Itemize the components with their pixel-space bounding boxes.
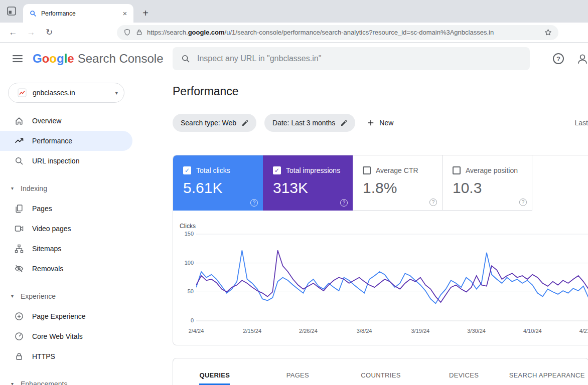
sidebar-item-performance[interactable]: Performance — [0, 131, 132, 151]
tab-countries[interactable]: COUNTRIES — [339, 371, 422, 385]
sidebar-section-enhancements[interactable]: ▾ Enhancements — [0, 374, 132, 385]
sidebar: gnbclasses.in ▾ Overview Performance — [0, 75, 132, 385]
metric-cards-row: ✓ Total clicks 5.61K ? ✓ Total impressio… — [173, 155, 588, 211]
sidebar-item-video-pages[interactable]: Video pages — [0, 219, 132, 239]
chart-x-tick: 4/21/24 — [572, 328, 588, 334]
back-icon[interactable]: ← — [6, 26, 20, 40]
sitemap-icon — [14, 244, 24, 254]
total-clicks-checkbox[interactable]: ✓ — [183, 166, 191, 174]
product-name: Search Console — [78, 52, 164, 66]
tab-search-appearance[interactable]: SEARCH APPEARANCE — [505, 371, 588, 385]
chart-x-tick: 2/15/24 — [236, 328, 268, 334]
sidebar-item-pages[interactable]: Pages — [0, 199, 132, 219]
average-position-checkbox[interactable] — [453, 166, 461, 174]
chart-x-tick: 4/10/24 — [516, 328, 548, 334]
gauge-icon — [14, 331, 24, 341]
search-type-filter-chip[interactable]: Search type: Web — [173, 114, 256, 132]
main-content: Performance Search type: Web Date: Last … — [132, 75, 588, 385]
lock-icon[interactable] — [135, 29, 143, 36]
help-tooltip-icon[interactable]: ? — [519, 199, 527, 206]
url-text: https://search.google.com/u/1/search-con… — [147, 29, 540, 36]
new-filter-button[interactable]: New — [366, 118, 393, 127]
chart-x-tick: 3/8/24 — [348, 328, 380, 334]
property-favicon — [18, 88, 27, 97]
collapse-caret-icon: ▾ — [11, 381, 16, 385]
tab-title: Performance — [41, 10, 120, 17]
date-filter-chip[interactable]: Date: Last 3 months — [264, 114, 355, 132]
collapse-caret-icon: ▾ — [11, 186, 16, 191]
url-inspect-search[interactable] — [173, 47, 530, 70]
help-tooltip-icon[interactable]: ? — [429, 199, 437, 206]
property-selector[interactable]: gnbclasses.in ▾ — [8, 83, 124, 103]
browser-tab-strip: Performance × + — [0, 0, 588, 23]
hamburger-menu-icon[interactable] — [11, 52, 24, 65]
new-tab-button[interactable]: + — [138, 6, 153, 20]
search-input[interactable] — [197, 54, 522, 63]
video-icon — [14, 224, 24, 234]
sidebar-item-removals[interactable]: Removals — [0, 259, 132, 279]
chart-y-tick: 50 — [173, 288, 194, 294]
last-updated-text: Last — [575, 119, 588, 127]
help-icon[interactable]: ? — [553, 53, 564, 64]
average-ctr-checkbox[interactable] — [363, 166, 371, 174]
account-icon[interactable] — [576, 53, 588, 66]
pencil-icon[interactable] — [340, 119, 348, 127]
app-logo: Google Search Console — [33, 52, 163, 66]
browser-tab[interactable]: Performance × — [23, 4, 133, 23]
chart-x-tick: 3/19/24 — [404, 328, 436, 334]
chart-x-tick: 2/26/24 — [292, 328, 324, 334]
sidebar-item-overview[interactable]: Overview — [0, 111, 132, 131]
chevron-down-icon: ▾ — [115, 90, 118, 96]
performance-line-chart — [196, 231, 588, 323]
sidebar-item-url-inspection[interactable]: URL inspection — [0, 151, 132, 171]
chart-y-tick: 0 — [173, 317, 194, 323]
pages-icon — [14, 204, 24, 214]
chart-x-tick: 3/30/24 — [461, 328, 493, 334]
browser-toolbar: ← → ↻ https://search.google.com/u/1/sear… — [0, 23, 588, 43]
address-bar[interactable]: https://search.google.com/u/1/search-con… — [117, 25, 558, 40]
help-tooltip-icon[interactable]: ? — [340, 199, 348, 207]
chart-y-axis-label: Clicks — [180, 223, 196, 230]
collapse-caret-icon: ▾ — [11, 294, 16, 299]
app-header: Google Search Console ? — [0, 43, 588, 75]
chart-y-tick: 150 — [173, 231, 194, 237]
clicks-chart: Clicks 0501001502/4/242/15/242/26/243/8/… — [173, 211, 588, 345]
total-impressions-card[interactable]: ✓ Total impressions 313K ? — [263, 155, 353, 211]
average-ctr-card[interactable]: Average CTR 1.8% ? — [353, 155, 443, 211]
pencil-icon[interactable] — [241, 119, 249, 127]
shield-icon[interactable] — [123, 28, 131, 37]
help-tooltip-icon[interactable]: ? — [250, 199, 258, 207]
dimension-tabs: QUERIES PAGES COUNTRIES DEVICES SEARCH A… — [173, 358, 588, 385]
sidebar-section-experience[interactable]: ▾ Experience — [0, 286, 132, 306]
tab-close-icon[interactable]: × — [120, 9, 129, 18]
google-logo: Google — [33, 52, 74, 66]
chart-x-tick: 2/4/24 — [180, 328, 212, 334]
sidebar-item-core-web-vitals[interactable]: Core Web Vitals — [0, 326, 132, 346]
plus-circle-icon — [14, 311, 24, 321]
sidebar-section-indexing[interactable]: ▾ Indexing — [0, 178, 132, 199]
sidebar-item-sitemaps[interactable]: Sitemaps — [0, 239, 132, 259]
tab-queries[interactable]: QUERIES — [173, 371, 256, 385]
page-title: Performance — [173, 85, 588, 98]
window-icon[interactable] — [6, 5, 18, 17]
dimensions-card: QUERIES PAGES COUNTRIES DEVICES SEARCH A… — [173, 358, 588, 385]
reload-icon[interactable]: ↻ — [42, 26, 56, 40]
series-impressions-scaled- — [196, 250, 588, 302]
bookmark-star-icon[interactable] — [544, 28, 552, 37]
eye-off-icon — [14, 264, 24, 274]
search-icon — [181, 54, 191, 64]
lock-icon — [14, 351, 24, 361]
sidebar-item-page-experience[interactable]: Page Experience — [0, 306, 132, 326]
series-clicks — [196, 250, 588, 303]
home-icon — [14, 116, 24, 126]
tab-devices[interactable]: DEVICES — [422, 371, 506, 385]
total-clicks-card[interactable]: ✓ Total clicks 5.61K ? — [173, 155, 263, 211]
total-impressions-checkbox[interactable]: ✓ — [273, 166, 281, 174]
average-position-card[interactable]: Average position 10.3 ? — [443, 155, 532, 211]
forward-icon[interactable]: → — [24, 26, 38, 40]
tab-pages[interactable]: PAGES — [256, 371, 340, 385]
plus-icon — [366, 118, 375, 127]
trending-up-icon — [14, 136, 24, 146]
sidebar-item-https[interactable]: HTTPS — [0, 346, 132, 366]
search-console-favicon — [29, 10, 37, 18]
